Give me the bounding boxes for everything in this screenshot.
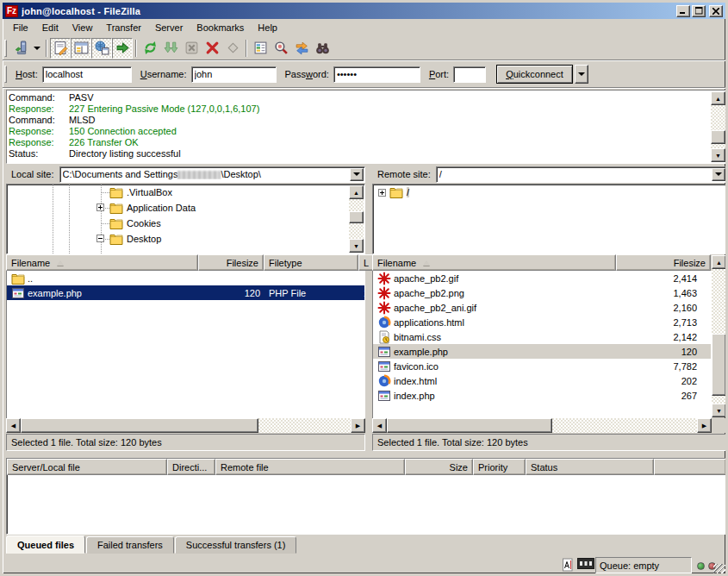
file-row[interactable]: favicon.ico7,782 bbox=[373, 359, 711, 373]
local-tree-scrollbar[interactable]: ▲ ▼ bbox=[349, 185, 364, 253]
column-header-filename[interactable]: Filename bbox=[6, 254, 198, 271]
title-bar[interactable]: Fz john@localhost - FileZilla bbox=[3, 3, 725, 19]
close-button[interactable] bbox=[709, 5, 723, 17]
username-label: Username: bbox=[140, 69, 187, 79]
local-combo-dropdown[interactable] bbox=[350, 168, 364, 181]
find-files-button[interactable] bbox=[312, 38, 333, 59]
tab-queued-files[interactable]: Queued files bbox=[6, 535, 85, 554]
queue-column-remote-file[interactable]: Remote file bbox=[215, 459, 405, 475]
scrollbar-thumb[interactable] bbox=[711, 130, 725, 144]
scroll-up-icon[interactable]: ▲ bbox=[349, 185, 364, 199]
remote-site-combo[interactable]: / bbox=[436, 166, 727, 183]
file-row[interactable]: apache_pb2.png1,463 bbox=[373, 285, 711, 300]
synchronized-browsing-button[interactable] bbox=[291, 38, 312, 59]
tab-failed-transfers[interactable]: Failed transfers bbox=[86, 536, 174, 554]
tree-item-desktop[interactable]: Desktop bbox=[7, 231, 364, 247]
toggle-transfer-queue-button[interactable] bbox=[112, 38, 133, 59]
port-input[interactable] bbox=[453, 66, 486, 83]
scroll-down-icon[interactable]: ▼ bbox=[349, 239, 364, 253]
data-type-indicator-icon[interactable] bbox=[561, 558, 575, 572]
quickconnect-dropdown-button[interactable] bbox=[575, 65, 588, 84]
scroll-up-icon[interactable]: ▲ bbox=[712, 255, 726, 269]
maximize-button[interactable] bbox=[692, 5, 706, 17]
local-site-combo[interactable]: C:\Documents and Settings\Desktop\ bbox=[59, 166, 365, 183]
scroll-down-icon[interactable]: ▼ bbox=[712, 404, 726, 417]
quickconnect-button[interactable]: Quickconnect bbox=[496, 65, 573, 84]
file-row[interactable]: index.html202 bbox=[373, 373, 711, 388]
scroll-up-icon[interactable]: ▲ bbox=[711, 91, 725, 105]
remote-tree[interactable]: / bbox=[372, 184, 727, 254]
tree-item-application-data[interactable]: Application Data bbox=[7, 200, 364, 216]
file-row[interactable]: .. bbox=[7, 271, 364, 285]
menu-item-file[interactable]: File bbox=[6, 21, 35, 34]
menu-item-help[interactable]: Help bbox=[251, 21, 284, 34]
menu-item-view[interactable]: View bbox=[65, 21, 100, 34]
menu-item-edit[interactable]: Edit bbox=[35, 21, 65, 34]
scrollbar-thumb[interactable] bbox=[712, 334, 726, 396]
remote-list-scrollbar[interactable]: ▲ ▼ bbox=[712, 255, 726, 417]
disconnect-button[interactable] bbox=[202, 38, 222, 59]
column-header-filetype[interactable]: Filetype bbox=[264, 254, 358, 271]
file-row[interactable]: bitnami.css2,142 bbox=[373, 329, 711, 344]
file-row[interactable]: applications.html2,713 bbox=[373, 315, 711, 329]
scroll-right-icon[interactable]: ▶ bbox=[697, 418, 712, 433]
menu-item-server[interactable]: Server bbox=[148, 21, 190, 34]
file-row[interactable]: example.php120PHP File1 bbox=[7, 285, 364, 300]
cancel-operation-button[interactable] bbox=[181, 38, 202, 59]
queue-column-size[interactable]: Size bbox=[405, 459, 473, 475]
process-queue-button[interactable] bbox=[160, 38, 181, 59]
tab-successful-transfers-1-[interactable]: Successful transfers (1) bbox=[175, 536, 297, 554]
local-tree[interactable]: .VirtualBoxApplication DataCookiesDeskto… bbox=[6, 184, 365, 254]
scroll-down-icon[interactable]: ▼ bbox=[711, 148, 725, 162]
scroll-left-icon[interactable]: ◀ bbox=[6, 418, 21, 433]
log-scrollbar[interactable]: ▲ ▼ bbox=[711, 91, 725, 162]
queue-column-status[interactable]: Status bbox=[526, 459, 654, 475]
toggle-local-tree-button[interactable] bbox=[71, 38, 91, 59]
scroll-left-icon[interactable]: ◀ bbox=[372, 418, 387, 433]
expand-icon[interactable] bbox=[378, 189, 386, 197]
column-header-filename[interactable]: Filename bbox=[372, 254, 616, 271]
status-bar: Queue: empty bbox=[3, 555, 725, 576]
local-hscrollbar[interactable]: ◀ ▶ bbox=[6, 418, 365, 433]
password-input[interactable] bbox=[333, 66, 420, 83]
tree-item-root[interactable]: / bbox=[373, 185, 726, 200]
remote-hscrollbar[interactable]: ◀ ▶ bbox=[372, 418, 712, 433]
file-row[interactable]: example.php120 bbox=[373, 344, 711, 359]
file-row[interactable]: apache_pb2.gif2,414 bbox=[373, 271, 711, 285]
queue-column-directi-[interactable]: Directi... bbox=[167, 459, 215, 475]
scrollbar-thumb[interactable] bbox=[387, 418, 552, 433]
local-file-list[interactable]: ..example.php120PHP File1 bbox=[6, 271, 365, 418]
transfer-queue[interactable]: Server/Local fileDirecti...Remote fileSi… bbox=[6, 458, 727, 535]
collapse-icon[interactable] bbox=[96, 235, 104, 242]
scrollbar-thumb[interactable] bbox=[21, 418, 258, 433]
minimize-button[interactable] bbox=[676, 5, 690, 17]
host-input[interactable] bbox=[42, 66, 132, 83]
file-row[interactable]: apache_pb2_ani.gif2,160 bbox=[373, 300, 711, 315]
queue-column-priority[interactable]: Priority bbox=[473, 459, 526, 475]
scroll-right-icon[interactable]: ▶ bbox=[351, 418, 365, 433]
queue-column-server-local-file[interactable]: Server/Local file bbox=[7, 459, 167, 475]
toggle-remote-tree-button[interactable] bbox=[91, 38, 112, 59]
resize-grip[interactable] bbox=[713, 564, 725, 576]
menu-item-transfer[interactable]: Transfer bbox=[99, 21, 148, 34]
menu-item-bookmarks[interactable]: Bookmarks bbox=[190, 21, 251, 34]
scrollbar-thumb[interactable] bbox=[349, 211, 364, 223]
file-row[interactable]: index.php267 bbox=[373, 388, 711, 403]
refresh-button[interactable] bbox=[140, 38, 160, 59]
speed-limit-indicator-icon[interactable] bbox=[577, 558, 594, 571]
message-log[interactable]: Command:PASVResponse:227 Entering Passiv… bbox=[6, 90, 727, 164]
toggle-message-log-button[interactable] bbox=[50, 38, 71, 59]
column-header-filesize[interactable]: Filesize bbox=[616, 254, 711, 271]
column-header-filesize[interactable]: Filesize bbox=[198, 254, 264, 271]
tree-item-cookies[interactable]: Cookies bbox=[7, 216, 364, 231]
tree-item--virtualbox[interactable]: .VirtualBox bbox=[7, 185, 364, 200]
site-manager-button[interactable] bbox=[10, 38, 31, 59]
remote-combo-dropdown[interactable] bbox=[712, 168, 725, 181]
site-manager-dropdown-button[interactable] bbox=[31, 38, 43, 59]
filter-button[interactable] bbox=[250, 38, 271, 59]
username-input[interactable] bbox=[191, 66, 277, 83]
compare-directories-button[interactable] bbox=[271, 38, 291, 59]
remote-file-list[interactable]: apache_pb2.gif2,414apache_pb2.png1,463ap… bbox=[372, 271, 712, 418]
expand-icon[interactable] bbox=[96, 203, 104, 211]
reconnect-button[interactable] bbox=[222, 38, 243, 59]
